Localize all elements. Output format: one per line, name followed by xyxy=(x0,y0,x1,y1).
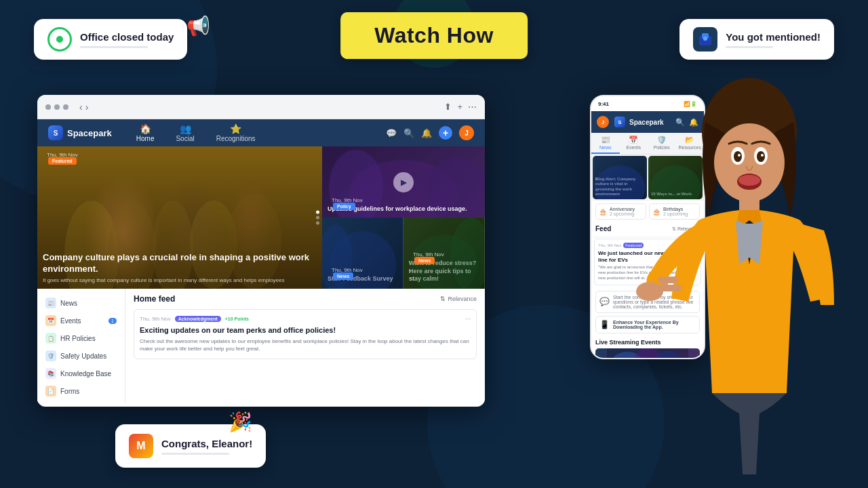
browser-nav: ‹ › xyxy=(79,102,88,113)
nav-item-social[interactable]: 👥 Social xyxy=(165,121,205,145)
bell-icon: 🔔 xyxy=(421,128,432,138)
news-icon: 📰 xyxy=(45,298,56,308)
svg-rect-41 xyxy=(661,281,668,291)
post-more-icon[interactable]: ··· xyxy=(465,315,471,323)
pill-line-bottom xyxy=(161,453,229,455)
scroll-dot-2 xyxy=(316,216,319,220)
scroll-dot-1 xyxy=(316,211,319,214)
desktop-mockup: ‹ › ⬆ + ⋯ S Spacepark 🏠 Home 👥 Social ⭐ … xyxy=(37,95,485,407)
share-icon: ⬆ xyxy=(444,102,452,112)
browser-dot-1 xyxy=(45,104,51,110)
gmail-icon: M xyxy=(129,434,153,458)
mentioned-title: You got mentioned! xyxy=(726,31,821,43)
forms-icon: 📄 xyxy=(45,386,56,396)
feed-filter[interactable]: ⇅ Relevance xyxy=(440,296,477,302)
sidebar-safety-label: Safety Updates xyxy=(60,352,106,360)
office-closed-text: Office closed today xyxy=(80,31,174,48)
pill-line-left xyxy=(80,46,148,48)
safety-icon: 🛡️ xyxy=(45,350,56,361)
hero-main-subtitle: It goes without saying that company cult… xyxy=(43,277,317,283)
spacepark-logo-icon: S xyxy=(48,125,63,140)
green-circle-icon xyxy=(47,27,72,52)
svg-point-34 xyxy=(761,154,764,157)
hero-br-badge-area: News Thu, 9th Nov xyxy=(409,251,479,258)
svg-point-36 xyxy=(738,175,760,186)
knowledge-icon: 📚 xyxy=(45,368,56,379)
social-icon: 👥 xyxy=(180,123,191,134)
post-title: Exciting updates on our team perks and o… xyxy=(140,325,471,335)
nav-item-home[interactable]: 🏠 Home xyxy=(125,121,165,145)
svg-point-32 xyxy=(757,151,765,162)
sidebar-events-label: Events xyxy=(60,317,81,325)
hero-tr-info: Policy Thu, 9th Nov Updated guidelines f… xyxy=(328,197,479,212)
office-closed-notification: Office closed today xyxy=(34,19,187,60)
add-button[interactable]: + xyxy=(439,126,452,140)
sidebar-item-forms[interactable]: 📄 Forms xyxy=(37,382,125,400)
post-points: +10 Points xyxy=(225,317,249,321)
hero-section: Featured Thu, 9th Nov Company culture pl… xyxy=(37,146,485,289)
svg-point-38 xyxy=(636,282,663,301)
svg-point-33 xyxy=(738,154,741,157)
hero-tr-badge: Policy xyxy=(333,203,355,210)
sidebar-item-safety[interactable]: 🛡️ Safety Updates xyxy=(37,347,125,365)
sidebar-item-news[interactable]: 📰 News xyxy=(37,294,125,312)
browser-back-icon: ‹ xyxy=(79,102,83,113)
congrats-title: Congrats, Eleanor! xyxy=(161,438,252,449)
svg-point-2 xyxy=(703,37,707,41)
feed-post: Thu, 9th Nov Acknowledgment +10 Points ·… xyxy=(134,309,477,359)
sidebar-item-hr[interactable]: 📋 HR Policies xyxy=(37,329,125,347)
browser-bar: ‹ › ⬆ + ⋯ xyxy=(37,95,485,119)
filter-label: Relevance xyxy=(448,296,477,302)
phone-tab-news[interactable]: 📰 News xyxy=(591,133,620,154)
hero-bottom-right-card: News Thu, 9th Nov Want to reduce stress?… xyxy=(403,218,485,289)
post-tag: Acknowledgment xyxy=(175,316,221,322)
mentioned-notification: You got mentioned! xyxy=(679,19,834,60)
sidebar: 📰 News 📅 Events 1 📋 HR Policies 🛡️ Safet… xyxy=(37,289,125,403)
browser-action-icons: ⬆ + ⋯ xyxy=(444,102,477,112)
confetti-icon: 🎉 xyxy=(229,411,252,433)
phone-time: 9:41 xyxy=(598,101,609,107)
browser-dots xyxy=(45,104,68,110)
anniversary-icon: 🎂 xyxy=(599,208,607,216)
sidebar-item-knowledge[interactable]: 📚 Knowledge Base xyxy=(37,365,125,382)
office-closed-title: Office closed today xyxy=(80,31,174,43)
hero-bl-badge: News xyxy=(333,272,353,280)
scroll-dots xyxy=(316,211,319,225)
browser-dot-3 xyxy=(63,104,68,110)
feed-title: Home feed xyxy=(134,294,175,304)
congrats-notification: 🎉 M Congrats, Eleanor! xyxy=(115,424,266,468)
hero-main-card: Featured Thu, 9th Nov Company culture pl… xyxy=(37,146,322,289)
phone-user-avatar: J xyxy=(597,116,609,128)
search-icon: 🔍 xyxy=(403,128,414,138)
post-body: Check out the awesome new updates to our… xyxy=(140,338,471,352)
sidebar-knowledge-label: Knowledge Base xyxy=(60,370,111,378)
mobile-icon: 📱 xyxy=(599,320,610,329)
hero-badge-area: Featured Thu, 9th Nov xyxy=(43,152,78,158)
nav-label-recognitions: Recognitions xyxy=(216,135,256,142)
svg-point-31 xyxy=(734,151,742,162)
post-meta: Thu, 9th Nov Acknowledgment +10 Points ·… xyxy=(140,315,471,323)
congrats-text: Congrats, Eleanor! xyxy=(161,438,252,455)
hero-main-title: Company culture plays a crucial role in … xyxy=(43,252,317,275)
watch-how-button[interactable]: Watch How xyxy=(340,12,528,59)
nav-item-recognitions[interactable]: ⭐ Recognitions xyxy=(205,121,267,145)
sidebar-item-events[interactable]: 📅 Events 1 xyxy=(37,312,125,329)
hero-top-right-card: ▶ Policy Thu, 9th Nov Updated guidelines… xyxy=(322,146,485,218)
home-icon: 🏠 xyxy=(140,123,151,134)
phone-post-date: Thu, 9th Nov xyxy=(598,243,621,247)
woman-character xyxy=(624,68,854,488)
app-nav: S Spacepark 🏠 Home 👥 Social ⭐ Recognitio… xyxy=(37,119,485,146)
mentioned-text: You got mentioned! xyxy=(726,31,821,48)
feed-area: Home feed ⇅ Relevance Thu, 9th Nov Ackno… xyxy=(125,289,485,403)
hero-br-badge: News xyxy=(414,257,435,264)
app-logo: S Spacepark xyxy=(48,125,112,140)
sidebar-forms-label: Forms xyxy=(60,388,79,395)
nav-label-home: Home xyxy=(136,135,155,142)
pill-line-right xyxy=(726,46,773,48)
phone-tab-news-label: News xyxy=(599,145,612,150)
speaker-icon: 📢 xyxy=(186,15,210,37)
hr-icon: 📋 xyxy=(45,333,56,344)
add-tab-icon: + xyxy=(457,102,462,112)
nav-right-icons: 💬 🔍 🔔 + J xyxy=(386,125,474,140)
browser-dot-2 xyxy=(54,104,60,110)
